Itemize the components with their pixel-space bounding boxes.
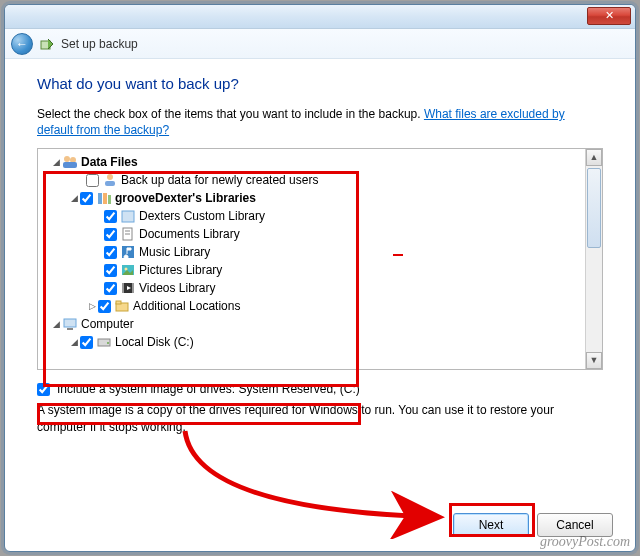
library-icon (120, 208, 136, 224)
checkbox-libraries[interactable] (80, 192, 93, 205)
svg-rect-18 (132, 283, 134, 293)
expander-icon[interactable]: ◢ (50, 319, 62, 329)
tree-node-custom-library[interactable]: Dexters Custom Library (40, 207, 583, 225)
expander-icon[interactable]: ◢ (68, 337, 80, 347)
checkbox-documents[interactable] (104, 228, 117, 241)
scrollbar[interactable]: ▲ ▼ (585, 149, 602, 369)
system-image-label: Include a system image of drives: System… (57, 382, 360, 396)
tree-node-libraries[interactable]: ◢ grooveDexter's Libraries (40, 189, 583, 207)
tree-node-music-library[interactable]: Music Library (40, 243, 583, 261)
expander-icon[interactable]: ▷ (86, 301, 98, 311)
documents-icon (120, 226, 136, 242)
page-heading: What do you want to back up? (37, 75, 603, 92)
tree-label: Back up data for newly created users (121, 173, 318, 187)
svg-rect-7 (103, 193, 107, 204)
svg-point-4 (107, 174, 113, 180)
folder-icon (114, 298, 130, 314)
tree-label: Videos Library (139, 281, 216, 295)
next-button[interactable]: Next (453, 513, 529, 537)
svg-rect-22 (64, 319, 76, 327)
system-image-row: Include a system image of drives: System… (37, 382, 603, 396)
svg-rect-21 (116, 301, 121, 304)
expander-icon[interactable]: ◢ (50, 157, 62, 167)
tree-label: Additional Locations (133, 299, 240, 313)
checkbox-pictures[interactable] (104, 264, 117, 277)
annotation-mark (393, 254, 403, 256)
libraries-icon (96, 190, 112, 206)
checkbox-new-users[interactable] (86, 174, 99, 187)
instruction-prefix: Select the check box of the items that y… (37, 107, 424, 121)
drive-icon (96, 334, 112, 350)
svg-rect-5 (105, 181, 115, 186)
tree-label: Music Library (139, 245, 210, 259)
content-area: What do you want to back up? Select the … (5, 59, 635, 445)
tree-node-videos-library[interactable]: Videos Library (40, 279, 583, 297)
backup-wizard-icon (39, 36, 55, 52)
tree-label: grooveDexter's Libraries (115, 191, 256, 205)
user-icon (102, 172, 118, 188)
tree-node-new-users[interactable]: Back up data for newly created users (40, 171, 583, 189)
expander-icon[interactable]: ◢ (68, 193, 80, 203)
back-button[interactable]: ← (11, 33, 33, 55)
tree-node-pictures-library[interactable]: Pictures Library (40, 261, 583, 279)
tree-node-local-disk[interactable]: ◢ Local Disk (C:) (40, 333, 583, 351)
tree-label: Local Disk (C:) (115, 335, 194, 349)
system-image-description: A system image is a copy of the drives r… (37, 402, 603, 434)
tree-label: Data Files (81, 155, 138, 169)
scroll-track[interactable] (586, 166, 602, 352)
tree-node-documents-library[interactable]: Documents Library (40, 225, 583, 243)
svg-point-25 (107, 342, 109, 344)
pictures-icon (120, 262, 136, 278)
videos-icon (120, 280, 136, 296)
svg-rect-8 (108, 195, 111, 204)
users-icon (62, 154, 78, 170)
instruction-text: Select the check box of the items that y… (37, 106, 603, 138)
computer-icon (62, 316, 78, 332)
checkbox-music[interactable] (104, 246, 117, 259)
scroll-down-button[interactable]: ▼ (586, 352, 602, 369)
checkbox-additional[interactable] (98, 300, 111, 313)
backup-items-tree: ◢ Data Files Back up data for newly crea… (37, 148, 603, 370)
svg-rect-9 (122, 211, 134, 222)
svg-rect-23 (67, 328, 73, 330)
checkbox-local-disk[interactable] (80, 336, 93, 349)
tree-node-data-files[interactable]: ◢ Data Files (40, 153, 583, 171)
checkbox-videos[interactable] (104, 282, 117, 295)
tree-label: Pictures Library (139, 263, 222, 277)
tree-node-computer[interactable]: ◢ Computer (40, 315, 583, 333)
svg-point-15 (125, 268, 128, 271)
checkbox-system-image[interactable] (37, 383, 50, 396)
tree-label: Computer (81, 317, 134, 331)
nav-bar: ← Set up backup (5, 29, 635, 59)
tree-node-additional-locations[interactable]: ▷ Additional Locations (40, 297, 583, 315)
wizard-title: Set up backup (61, 37, 138, 51)
svg-rect-3 (63, 162, 77, 168)
svg-rect-6 (98, 193, 102, 204)
svg-rect-17 (122, 283, 124, 293)
close-button[interactable]: ✕ (587, 7, 631, 25)
checkbox-custom[interactable] (104, 210, 117, 223)
watermark: groovyPost.com (540, 534, 630, 550)
tree-label: Dexters Custom Library (139, 209, 265, 223)
svg-point-1 (64, 156, 70, 162)
scroll-thumb[interactable] (587, 168, 601, 248)
tree-label: Documents Library (139, 227, 240, 241)
music-icon (120, 244, 136, 260)
dialog-window: ✕ ← Set up backup What do you want to ba… (4, 4, 636, 552)
scroll-up-button[interactable]: ▲ (586, 149, 602, 166)
title-bar: ✕ (5, 5, 635, 29)
